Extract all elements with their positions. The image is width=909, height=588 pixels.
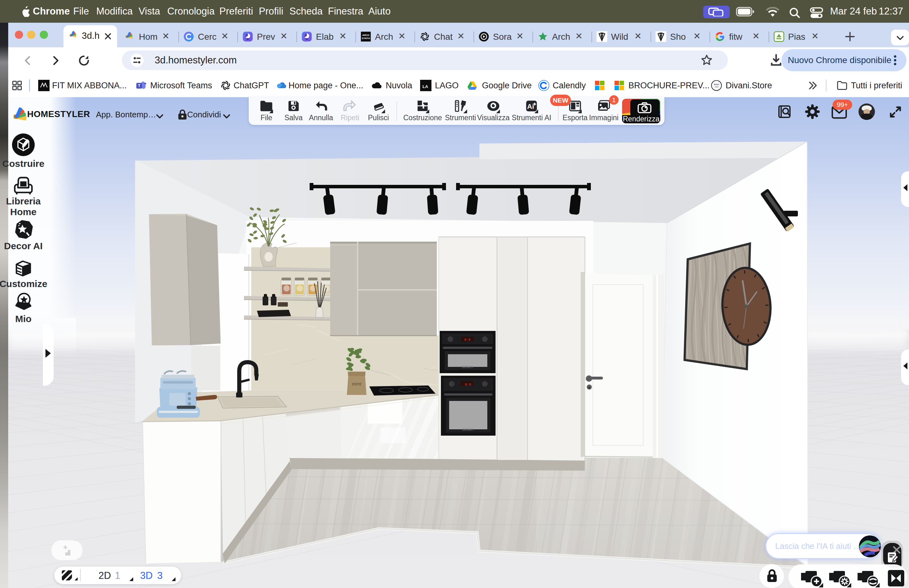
svg-text:SYNTH: SYNTH <box>362 37 370 40</box>
svg-text:Ai: Ai <box>527 103 534 110</box>
svg-text:.store: .store <box>714 86 718 88</box>
svg-text:T: T <box>138 83 141 88</box>
svg-text:BOSCH: BOSCH <box>462 365 473 369</box>
svg-text:BOSCH: BOSCH <box>463 428 474 431</box>
svg-text:LA: LA <box>423 84 428 89</box>
svg-text:8:8: 8:8 <box>465 383 471 386</box>
svg-text:mint: mint <box>352 381 362 387</box>
svg-text:8:8: 8:8 <box>464 338 471 342</box>
svg-text:ARCH: ARCH <box>362 34 369 37</box>
svg-text:divani: divani <box>713 83 719 86</box>
